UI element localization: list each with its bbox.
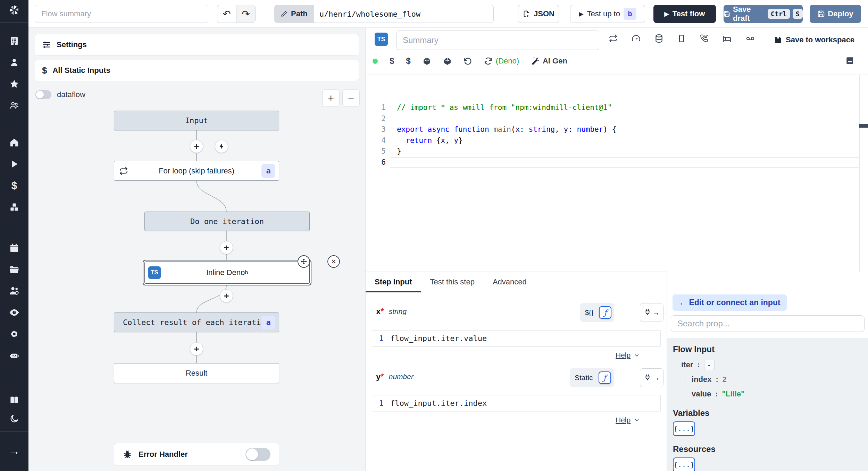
sidebar-item-workspace[interactable] (0, 30, 28, 52)
windmill-logo[interactable] (0, 0, 28, 20)
sidebar-item-variables[interactable]: $ (0, 175, 28, 196)
sidebar-item-settings[interactable] (0, 323, 28, 345)
flow-node-collect-result[interactable]: Collect result of each iteration a (114, 312, 279, 332)
ai-gen-button[interactable]: AI Gen (531, 57, 567, 66)
resources-object-chip[interactable]: {...} (673, 457, 695, 471)
field-x-expression-editor[interactable]: 1flow_input.iter.value (372, 330, 661, 346)
package-icon[interactable] (423, 57, 431, 66)
tab-advanced[interactable]: Advanced (484, 272, 536, 292)
move-icon (300, 258, 307, 265)
collapse-sidebar-arrow-icon[interactable]: → (0, 440, 28, 462)
edit-or-connect-badge[interactable]: ← Edit or connect an input (673, 294, 787, 311)
refresh-icon (484, 57, 492, 65)
add-step-button[interactable]: + (190, 342, 203, 356)
flow-node-result[interactable]: Result (114, 363, 279, 383)
collapse-node-button[interactable]: - (704, 360, 715, 370)
sleep-bed-icon[interactable] (723, 34, 732, 43)
chevron-down-icon (634, 417, 640, 423)
sidebar-item-schedules[interactable] (0, 237, 28, 259)
javascript-mode-selected[interactable]: ƒ (599, 371, 611, 384)
path-input[interactable] (314, 5, 494, 23)
tree-row-value[interactable]: value: "Lille" (692, 389, 862, 399)
flow-node-input[interactable]: Input (114, 111, 279, 130)
voicemail-icon[interactable] (745, 34, 755, 43)
file-json-icon (523, 10, 530, 18)
tab-step-input[interactable]: Step Input (366, 272, 421, 292)
connect-input-plug-button[interactable]: → (640, 303, 663, 322)
windmill-flow-editor: $ → ↶ ↷ Path JSON ▶ Test up to (0, 0, 868, 471)
redo-button[interactable]: ↷ (236, 5, 256, 23)
deploy-button[interactable]: Deploy (810, 5, 861, 23)
dark-mode-moon-icon[interactable] (0, 411, 28, 427)
undo-icon: ↶ (223, 8, 231, 20)
sidebar-item-runs[interactable] (0, 153, 28, 175)
tree-row-index[interactable]: index: 2 (692, 375, 862, 384)
prop-picker-panel: ← Edit or connect an input Flow Input it… (667, 272, 868, 471)
step-summary-input[interactable] (396, 31, 599, 50)
editor-scroll-column[interactable] (859, 75, 868, 272)
save-draft-button[interactable]: Save draft Ctrl S (724, 5, 803, 23)
json-button[interactable]: JSON (518, 5, 559, 23)
suspend-phone-incoming-icon[interactable] (700, 34, 709, 43)
variables-object-chip[interactable]: {...} (673, 421, 695, 436)
early-stop-gauge-icon[interactable] (632, 34, 641, 43)
connect-input-plug-button[interactable]: → (640, 368, 663, 387)
scrollbar-thumb[interactable] (859, 124, 868, 128)
docs-book-icon[interactable] (0, 389, 28, 411)
error-handler-toggle[interactable] (245, 448, 270, 461)
add-step-button[interactable]: + (220, 241, 233, 254)
move-node-handle[interactable] (298, 255, 310, 268)
library-book-icon[interactable] (845, 56, 854, 65)
javascript-mode-selected[interactable]: ƒ (599, 306, 611, 319)
code-editor-panel: TS Save to workspace $ $ (Deno) (365, 28, 868, 272)
search-prop-input[interactable] (671, 315, 865, 332)
add-trigger-button[interactable] (215, 140, 228, 153)
sidebar-item-audit[interactable] (0, 302, 28, 323)
flow-node-forloop[interactable]: For loop (skip failures) a (114, 161, 279, 181)
static-mode-option[interactable]: Static (573, 374, 595, 382)
sidebar-item-resources[interactable] (0, 196, 28, 218)
mock-square-icon[interactable] (677, 34, 686, 43)
package-icon[interactable] (443, 57, 452, 66)
arrow-right-icon: → (653, 374, 660, 382)
flow-node-inline-deno-selected[interactable]: TS Inline Deno b (143, 260, 311, 285)
sidebar-item-favorites[interactable] (0, 73, 28, 95)
sidebar-item-folders[interactable] (0, 259, 28, 280)
pencil-icon (281, 10, 287, 17)
field-y-expression-editor[interactable]: 1flow_input.iter.index (372, 395, 661, 411)
add-resource-dollar-icon[interactable]: $ (406, 56, 410, 66)
tree-row-iter[interactable]: iter: - (681, 360, 862, 370)
help-link[interactable]: Help (616, 351, 640, 359)
sidebar-item-groups[interactable] (0, 95, 28, 116)
tab-test-this-step[interactable]: Test this step (421, 272, 484, 292)
help-link[interactable]: Help (616, 416, 640, 424)
template-mode-option[interactable]: ${} (583, 309, 595, 317)
edit-path-button[interactable]: Path (274, 5, 314, 23)
path-group: Path (274, 5, 494, 23)
error-handler-card[interactable]: Error Handler (114, 443, 279, 466)
test-flow-button[interactable]: ▶ Test flow (653, 5, 716, 23)
sidebar-item-user[interactable] (0, 52, 28, 73)
cache-database-icon[interactable] (654, 34, 663, 43)
delete-node-button[interactable]: × (327, 255, 340, 268)
add-step-button[interactable]: + (190, 140, 203, 153)
code-lines[interactable]: // import * as wmill from "npm:windmill-… (397, 102, 616, 168)
add-variable-dollar-icon[interactable]: $ (390, 56, 394, 66)
sidebar-rail: $ → (0, 0, 28, 471)
retries-repeat-icon[interactable] (609, 34, 618, 43)
save-to-workspace-button[interactable]: Save to workspace (774, 35, 854, 44)
add-step-button[interactable]: + (220, 289, 233, 302)
test-up-to-button[interactable]: ▶ Test up to b (570, 5, 645, 23)
change-language-button[interactable]: (Deno) (484, 57, 519, 66)
flow-summary-input[interactable] (35, 5, 208, 23)
sidebar-item-home[interactable] (0, 132, 28, 153)
bug-icon (123, 449, 132, 459)
kbd-s: S (793, 9, 803, 19)
plus-icon: + (194, 344, 199, 354)
sidebar-item-workers[interactable] (0, 280, 28, 302)
reset-rotate-ccw-icon[interactable] (464, 57, 472, 66)
flow-node-do-one-iteration[interactable]: Do one iteration (144, 212, 310, 231)
lightning-icon (218, 143, 225, 149)
sidebar-item-ai[interactable] (0, 345, 28, 366)
undo-button[interactable]: ↶ (217, 5, 236, 23)
